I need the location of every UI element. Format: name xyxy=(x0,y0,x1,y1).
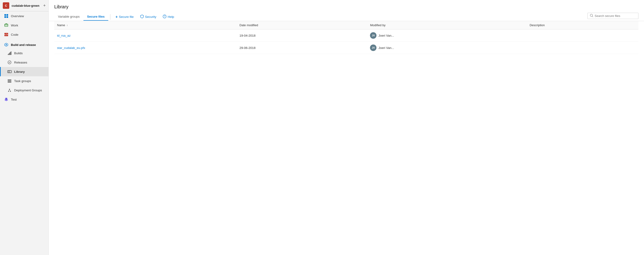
sidebar-nav: Overview Work Code xyxy=(0,11,48,255)
sidebar-item-overview-label: Overview xyxy=(11,14,24,18)
svg-point-19 xyxy=(8,91,9,92)
modified-by-name: Joeri Van... xyxy=(378,34,394,37)
sidebar-item-task-groups-label: Task groups xyxy=(14,79,31,83)
svg-rect-2 xyxy=(4,16,6,18)
svg-rect-4 xyxy=(5,24,8,26)
sidebar-header: C cudalab-blue-green + xyxy=(0,0,48,11)
avatar: JV xyxy=(370,32,376,39)
security-action[interactable]: Security xyxy=(137,13,160,21)
svg-rect-10 xyxy=(10,52,10,55)
help-icon: ? xyxy=(163,14,166,19)
work-icon xyxy=(4,23,8,28)
build-icon xyxy=(4,42,8,47)
date-modified-cell: 29-06-2018 xyxy=(237,42,367,54)
date-modified-cell: 19-04-2018 xyxy=(237,30,367,42)
main-content: Library Variable groups Secure files + S… xyxy=(49,0,644,255)
sidebar-item-library[interactable]: Library xyxy=(0,67,48,76)
sidebar-item-overview[interactable]: Overview xyxy=(0,11,48,21)
sidebar: C cudalab-blue-green + Overview xyxy=(0,0,49,255)
sidebar-item-build-and-release[interactable]: Build and release xyxy=(0,39,48,48)
deployment-icon xyxy=(7,88,12,92)
tab-secure-files[interactable]: Secure files xyxy=(84,13,108,21)
tabs-bar: Variable groups Secure files + Secure fi… xyxy=(54,13,177,21)
svg-rect-17 xyxy=(8,81,11,81)
avatar-initials: JV xyxy=(372,46,375,49)
project-avatar: C xyxy=(3,2,9,9)
col-name: Name ↑ xyxy=(54,21,237,30)
avatar-initials: JV xyxy=(372,34,375,37)
sidebar-item-test[interactable]: Test xyxy=(0,95,48,104)
sidebar-item-task-groups[interactable]: Task groups xyxy=(0,76,48,86)
svg-rect-16 xyxy=(8,80,11,80)
plus-icon: + xyxy=(116,15,118,19)
svg-line-27 xyxy=(592,16,593,17)
col-description: Description xyxy=(527,21,638,30)
main-header: Library Variable groups Secure files + S… xyxy=(49,0,644,21)
sidebar-item-work-label: Work xyxy=(11,24,18,27)
description-cell xyxy=(527,42,638,54)
tab-variable-groups[interactable]: Variable groups xyxy=(54,13,84,21)
task-groups-icon xyxy=(7,78,12,83)
svg-rect-18 xyxy=(8,82,11,82)
svg-rect-3 xyxy=(6,16,8,18)
modified-by-cell: JV Joeri Van... xyxy=(367,30,527,42)
table-row: id_rsa_az 19-04-2018 JV Joeri Van... xyxy=(54,30,638,42)
svg-point-20 xyxy=(10,91,11,92)
modified-by-cell: JV Joeri Van... xyxy=(367,42,527,54)
svg-rect-11 xyxy=(11,52,11,55)
svg-point-7 xyxy=(6,44,7,46)
project-name: cudalab-blue-green xyxy=(12,4,41,8)
file-name-cell[interactable]: star_cudalab_eu.pfx xyxy=(54,42,237,54)
svg-line-22 xyxy=(8,90,10,91)
file-name-cell[interactable]: id_rsa_az xyxy=(54,30,237,42)
sort-indicator: ↑ xyxy=(66,24,68,27)
search-icon xyxy=(590,14,593,18)
shield-icon xyxy=(140,14,144,19)
svg-point-21 xyxy=(9,89,10,90)
modified-by-name: Joeri Van... xyxy=(378,46,394,50)
releases-icon xyxy=(7,60,12,65)
svg-rect-9 xyxy=(9,53,10,55)
table-row: star_cudalab_eu.pfx 29-06-2018 JV Joeri … xyxy=(54,42,638,54)
file-name[interactable]: star_cudalab_eu.pfx xyxy=(57,46,85,50)
file-name[interactable]: id_rsa_az xyxy=(57,34,71,37)
search-box[interactable] xyxy=(588,13,638,19)
sidebar-item-builds[interactable]: Builds xyxy=(0,48,48,58)
col-modified-by: Modified by xyxy=(367,21,527,30)
help-action[interactable]: ? Help xyxy=(160,13,177,21)
sidebar-item-deployment-groups[interactable]: Deployment Groups xyxy=(0,86,48,95)
sidebar-item-work[interactable]: Work xyxy=(0,21,48,30)
sidebar-item-deployment-label: Deployment Groups xyxy=(14,88,42,92)
svg-rect-0 xyxy=(4,14,6,16)
add-secure-file-action[interactable]: + Secure file xyxy=(112,13,137,21)
files-table: Name ↑ Date modified Modified by Descrip… xyxy=(54,21,638,54)
table-header-row: Name ↑ Date modified Modified by Descrip… xyxy=(54,21,638,30)
sidebar-item-library-label: Library xyxy=(14,70,25,74)
overview-icon xyxy=(4,14,8,18)
sidebar-item-releases[interactable]: Releases xyxy=(0,58,48,67)
library-icon xyxy=(7,69,12,74)
main-body: Name ↑ Date modified Modified by Descrip… xyxy=(49,21,644,255)
avatar: JV xyxy=(370,44,376,51)
description-cell xyxy=(527,30,638,42)
svg-rect-1 xyxy=(6,14,8,16)
code-icon xyxy=(4,32,8,37)
builds-icon xyxy=(7,51,12,56)
sidebar-item-code-label: Code xyxy=(11,33,18,36)
sidebar-item-test-label: Test xyxy=(11,98,17,101)
col-date-modified: Date modified xyxy=(237,21,367,30)
sidebar-item-builds-label: Builds xyxy=(14,52,23,55)
svg-text:?: ? xyxy=(164,15,166,18)
sidebar-item-build-label: Build and release xyxy=(11,43,36,46)
test-icon xyxy=(4,97,8,102)
svg-rect-8 xyxy=(8,54,8,55)
sidebar-item-code[interactable]: Code xyxy=(0,30,48,39)
add-project-button[interactable]: + xyxy=(43,4,46,8)
svg-line-23 xyxy=(10,90,10,91)
search-input[interactable] xyxy=(594,14,636,18)
sidebar-item-releases-label: Releases xyxy=(14,61,27,64)
svg-point-26 xyxy=(590,14,592,16)
tab-divider xyxy=(110,14,110,20)
page-title: Library xyxy=(54,4,638,10)
